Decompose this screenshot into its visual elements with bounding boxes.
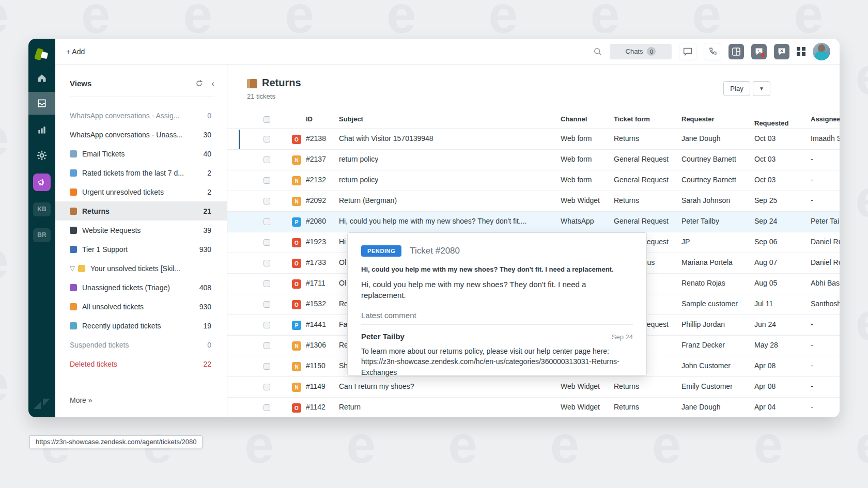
talk-button[interactable] <box>704 43 721 60</box>
ticket-subject[interactable]: Return <box>339 403 361 411</box>
ticket-subject[interactable]: Chat with Visitor 1570139948 <box>339 134 433 143</box>
admin-gear-icon[interactable] <box>28 147 55 164</box>
zendesk-logo[interactable] <box>28 45 55 64</box>
user-avatar[interactable] <box>813 43 830 60</box>
ticket-row[interactable]: N#1149Can I return my shoes?Web WidgetRe… <box>227 377 840 398</box>
row-checkbox[interactable] <box>264 177 270 184</box>
view-item[interactable]: All unsolved tickets930 <box>55 297 227 316</box>
chats-count-badge: 0 <box>647 47 656 56</box>
row-checkbox[interactable] <box>264 322 270 328</box>
row-checkbox[interactable] <box>264 198 270 204</box>
view-item[interactable]: Rated tickets from the last 7 d...2 <box>55 163 227 182</box>
more-views-link[interactable]: More » <box>70 396 92 404</box>
col-ticket-form[interactable]: Ticket form <box>614 115 650 123</box>
view-item[interactable]: Suspended tickets0 <box>55 335 227 354</box>
unsolved-icon <box>70 303 77 310</box>
status-bar-url: https://z3n-showcase.zendesk.com/agent/t… <box>29 435 203 448</box>
kb-button[interactable]: KB <box>28 202 55 216</box>
chart-icon <box>70 169 77 177</box>
br-button[interactable]: BR <box>28 228 55 242</box>
row-checkbox[interactable] <box>264 280 270 287</box>
row-checkbox[interactable] <box>264 384 270 390</box>
view-item[interactable]: WhatsApp conversations - Unass...30 <box>55 125 227 144</box>
ticket-row[interactable]: O#1142ReturnWeb WidgetReturnsJane DoughA… <box>227 398 840 417</box>
ticket-subject[interactable]: return policy <box>339 155 378 163</box>
row-checkbox[interactable] <box>264 363 270 370</box>
app-talk-notification-button[interactable] <box>751 44 767 59</box>
col-requester[interactable]: Requester <box>681 115 715 123</box>
row-checkbox[interactable] <box>264 404 270 411</box>
view-item[interactable]: Returns21 <box>55 201 227 221</box>
add-button[interactable]: + Add <box>66 48 85 56</box>
row-checkbox[interactable] <box>264 156 270 163</box>
chats-button[interactable]: Chats 0 <box>610 44 672 59</box>
ticket-assignee: - <box>811 403 813 411</box>
view-item[interactable]: Tier 1 Support930 <box>55 240 227 259</box>
funnel-icon: ▽ <box>70 264 75 272</box>
row-checkbox[interactable] <box>264 136 270 143</box>
col-subject[interactable]: Subject <box>339 115 363 123</box>
view-item[interactable]: Recently updated tickets19 <box>55 316 227 335</box>
row-checkbox[interactable] <box>264 239 270 246</box>
ticket-subject[interactable]: Ol <box>339 279 346 287</box>
ticket-row[interactable]: N#2137return policyWeb formGeneral Reque… <box>227 150 840 170</box>
select-all-checkbox[interactable] <box>264 116 270 123</box>
row-checkbox[interactable] <box>264 260 270 266</box>
ticket-assignee: - <box>811 361 813 370</box>
ticket-subject[interactable]: Can I return my shoes? <box>339 382 414 390</box>
ticket-subject[interactable]: Sh <box>339 361 348 370</box>
view-item-count: 930 <box>194 303 211 311</box>
play-dropdown-button[interactable]: ▼ <box>753 81 770 96</box>
ticket-row[interactable]: P#2080Hi, could you help me with my new … <box>227 212 840 232</box>
refresh-icon[interactable] <box>195 80 203 87</box>
apps-grid-icon[interactable] <box>797 47 805 56</box>
view-item[interactable]: Unassigned tickets (Triage)408 <box>55 278 227 297</box>
search-icon[interactable] <box>593 47 602 56</box>
col-id[interactable]: ID <box>306 115 313 123</box>
announcements-button[interactable] <box>28 173 55 192</box>
ticket-status-badge: O <box>292 279 301 289</box>
collapse-panel-icon[interactable]: ‹ <box>211 79 214 88</box>
col-assignee[interactable]: Assignee <box>811 115 840 123</box>
play-button[interactable]: Play <box>723 81 750 96</box>
ticket-subject[interactable]: Ol <box>339 258 346 266</box>
row-checkbox[interactable] <box>264 342 270 349</box>
view-item-count: 40 <box>198 150 211 158</box>
ticket-subject[interactable]: return policy <box>339 176 378 184</box>
ticket-requester: Courtney Barnett <box>681 176 736 184</box>
conversations-button[interactable] <box>679 43 696 60</box>
preview-ticket-id: Ticket #2080 <box>410 246 460 256</box>
row-checkbox[interactable] <box>264 218 270 225</box>
view-item[interactable]: Email Tickets40 <box>55 144 227 163</box>
ticket-row[interactable]: N#2132return policyWeb formGeneral Reque… <box>227 170 840 191</box>
ticket-row[interactable]: N#2092Return (Bergman)Web WidgetReturnsS… <box>227 191 840 212</box>
view-item[interactable]: ▽Your unsolved tickets [Skil... <box>55 259 227 278</box>
home-icon[interactable] <box>28 70 55 86</box>
view-item[interactable]: Urgent unresolved tickets2 <box>55 182 227 201</box>
funnel-hand-icon <box>78 265 85 272</box>
ticket-id: #1532 <box>306 300 326 308</box>
col-channel[interactable]: Channel <box>561 115 587 123</box>
flame-icon <box>70 188 77 196</box>
app-messaging-button[interactable] <box>774 44 789 59</box>
view-item[interactable]: Deleted tickets22 <box>55 354 227 373</box>
ticket-status-badge: N <box>292 176 301 185</box>
ticket-status-badge: O <box>292 238 301 247</box>
ticket-subject[interactable]: Return (Bergman) <box>339 196 397 204</box>
app-columns-button[interactable] <box>729 44 744 59</box>
reports-icon[interactable] <box>28 121 55 138</box>
row-checkbox[interactable] <box>264 301 270 308</box>
ticket-status-badge: O <box>292 135 301 144</box>
ticket-row[interactable]: O#2138Chat with Visitor 1570139948Web fo… <box>227 129 840 150</box>
ticket-subject[interactable]: Hi, could you help me with my new shoes?… <box>339 217 526 225</box>
view-item-count: 0 <box>202 341 211 349</box>
view-item[interactable]: Website Requests39 <box>55 221 227 240</box>
views-icon[interactable] <box>28 95 55 112</box>
ticket-form: General Request <box>614 176 669 184</box>
ticket-subject[interactable]: Fa <box>339 320 347 328</box>
ticket-subject[interactable]: Hi <box>339 238 346 246</box>
view-item[interactable]: WhatsApp conversations - Assig...0 <box>55 106 227 125</box>
ticket-assignee: Daniel Ru <box>811 258 840 266</box>
ticket-assignee: - <box>811 176 813 184</box>
ticket-assignee: - <box>811 382 813 390</box>
